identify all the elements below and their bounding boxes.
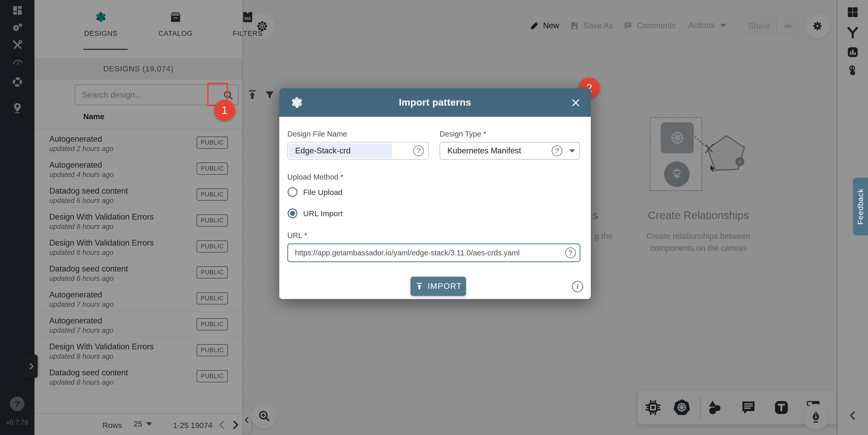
file-upload-option-label: File Upload (303, 188, 343, 197)
meshery-app: ? v0.7.76 DESIGNS CATALOG WA (0, 0, 868, 435)
feedback-label: Feedback (856, 188, 865, 225)
design-type-label: Design Type * (440, 130, 486, 138)
import-patterns-modal: Import patterns Design File Name Edge-St… (279, 88, 591, 299)
file-upload-radio[interactable] (288, 187, 298, 197)
annotation-step-1: 1 (214, 100, 235, 121)
feedback-tab[interactable]: Feedback (853, 178, 868, 235)
url-label: URL * (287, 231, 307, 240)
modal-header: Import patterns (279, 88, 591, 117)
design-type-value: Kubernetes Manifest (447, 146, 521, 155)
chevron-down-icon (569, 149, 575, 153)
close-button[interactable] (569, 96, 582, 109)
import-button[interactable]: IMPORT (410, 277, 466, 296)
design-file-name-field[interactable]: Edge-Stack-crd ? (287, 142, 429, 160)
help-icon[interactable]: ? (565, 248, 576, 258)
help-icon[interactable]: ? (552, 145, 562, 156)
modal-title: Import patterns (279, 97, 591, 108)
design-type-select[interactable]: Kubernetes Manifest ? (440, 142, 580, 160)
upload-method-label: Upload Method * (287, 173, 343, 181)
url-value: https://app.getambassador.io/yaml/edge-s… (295, 249, 520, 257)
design-file-name-label: Design File Name (287, 130, 347, 138)
url-import-option-label: URL Import (303, 209, 343, 218)
import-label: IMPORT (428, 282, 462, 291)
info-icon[interactable]: i (572, 281, 583, 292)
url-import-radio[interactable] (288, 208, 298, 218)
help-icon[interactable]: ? (413, 145, 424, 156)
upload-icon (415, 282, 424, 291)
close-icon (570, 97, 581, 108)
design-file-name-value: Edge-Stack-crd (295, 146, 351, 155)
url-input[interactable]: https://app.getambassador.io/yaml/edge-s… (287, 243, 580, 262)
